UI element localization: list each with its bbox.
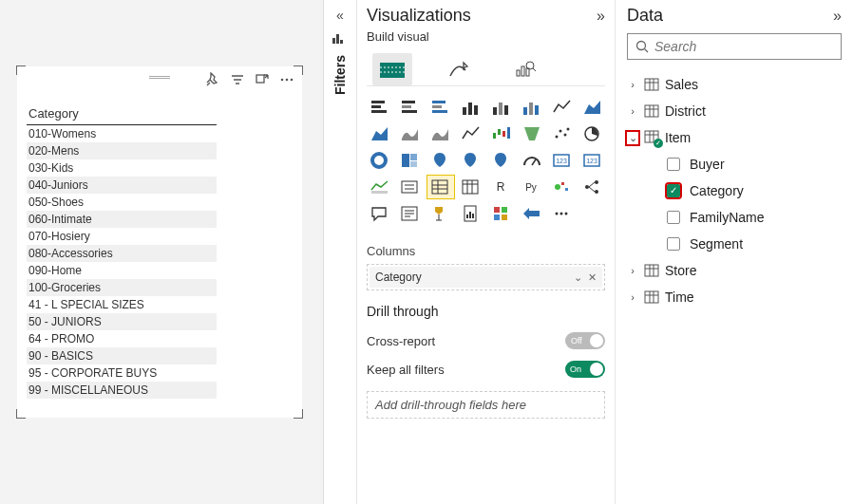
table-row[interactable]: 50 - JUNIORS xyxy=(27,313,217,330)
viz-type-button[interactable] xyxy=(427,202,454,225)
more-options-icon[interactable] xyxy=(279,72,294,87)
viz-type-button[interactable] xyxy=(488,149,515,172)
table-row[interactable]: 100-Groceries xyxy=(27,279,217,296)
viz-type-button[interactable] xyxy=(397,96,424,119)
viz-type-button[interactable] xyxy=(367,202,393,225)
expand-icon[interactable]: › xyxy=(627,79,638,90)
viz-type-button[interactable] xyxy=(427,176,454,198)
viz-type-button[interactable] xyxy=(367,122,393,145)
table-row[interactable]: 020-Mens xyxy=(27,142,217,159)
table-node-item[interactable]: ⌄Item xyxy=(627,124,842,151)
chevron-down-icon[interactable]: ⌄ xyxy=(574,271,582,284)
pin-icon[interactable] xyxy=(205,72,220,87)
field-category[interactable]: Category xyxy=(655,177,842,204)
viz-type-button[interactable] xyxy=(397,149,424,172)
viz-type-button[interactable] xyxy=(458,149,484,172)
table-visual[interactable]: Category 010-Womens020-Mens030-Kids040-J… xyxy=(17,66,302,418)
tab-analytics[interactable] xyxy=(505,53,545,85)
viz-type-button[interactable] xyxy=(427,149,454,172)
viz-type-button[interactable] xyxy=(397,176,424,198)
table-node-district[interactable]: ›District xyxy=(627,98,842,124)
field-segment[interactable]: Segment xyxy=(655,231,842,257)
keep-filters-toggle[interactable]: On xyxy=(565,361,605,378)
viz-type-button[interactable] xyxy=(579,176,606,198)
viz-type-button[interactable]: 123 xyxy=(549,149,576,172)
focus-mode-icon[interactable] xyxy=(255,72,270,87)
field-checkbox[interactable] xyxy=(667,158,680,171)
viz-type-button[interactable] xyxy=(458,122,484,145)
viz-type-button[interactable] xyxy=(519,122,545,145)
table-row[interactable]: 070-Hosiery xyxy=(27,228,217,245)
viz-type-button[interactable] xyxy=(549,176,576,198)
viz-type-button[interactable] xyxy=(427,96,454,119)
expand-icon[interactable]: › xyxy=(627,105,638,117)
viz-type-button[interactable] xyxy=(427,122,454,145)
table-row[interactable]: 050-Shoes xyxy=(27,194,217,211)
table-row[interactable]: 010-Womens xyxy=(27,125,217,142)
collapse-data-icon[interactable]: » xyxy=(833,8,842,25)
viz-type-button[interactable]: R xyxy=(488,176,515,198)
viz-type-button[interactable] xyxy=(367,96,393,119)
columns-field-well[interactable]: Category ⌄ ✕ xyxy=(367,264,605,290)
viz-type-button[interactable] xyxy=(579,122,606,145)
table-row[interactable]: 040-Juniors xyxy=(27,177,217,194)
expand-filters-icon[interactable]: « xyxy=(336,4,344,28)
table-node-sales[interactable]: ›Sales xyxy=(627,71,842,98)
field-familyname[interactable]: FamilyName xyxy=(655,204,842,231)
data-search[interactable] xyxy=(627,33,842,60)
field-checkbox[interactable] xyxy=(667,237,680,251)
expand-icon[interactable]: › xyxy=(627,265,638,276)
viz-type-button[interactable]: 123 xyxy=(579,149,606,172)
viz-type-button[interactable] xyxy=(458,96,484,119)
viz-type-button[interactable] xyxy=(579,96,606,119)
svg-rect-45 xyxy=(410,161,417,167)
table-column-header[interactable]: Category xyxy=(27,104,217,125)
svg-text:123: 123 xyxy=(586,158,597,164)
table-row[interactable]: 90 - BASICS xyxy=(27,347,217,364)
viz-type-button[interactable] xyxy=(549,122,576,145)
viz-type-button[interactable] xyxy=(367,176,393,198)
drag-grip-icon[interactable] xyxy=(149,76,170,79)
table-node-time[interactable]: ›Time xyxy=(627,284,842,310)
table-node-store[interactable]: ›Store xyxy=(627,257,842,284)
table-row[interactable]: 080-Accessories xyxy=(27,245,217,262)
field-checkbox[interactable] xyxy=(667,184,680,197)
viz-type-button[interactable]: Py xyxy=(519,176,545,198)
viz-type-button[interactable] xyxy=(488,202,515,225)
filters-pane-collapsed[interactable]: « Filters xyxy=(323,0,357,504)
viz-type-button[interactable] xyxy=(519,202,545,225)
viz-type-button[interactable] xyxy=(488,122,515,145)
viz-type-button[interactable] xyxy=(458,176,484,198)
tab-build-visual[interactable] xyxy=(372,53,412,85)
table-row[interactable]: 99 - MISCELLANEOUS xyxy=(27,382,217,399)
svg-rect-29 xyxy=(535,105,539,115)
viz-type-button[interactable] xyxy=(549,202,576,225)
expand-icon[interactable]: ⌄ xyxy=(627,132,638,144)
table-row[interactable]: 95 - CORPORATE BUYS xyxy=(27,364,217,382)
table-row[interactable]: 090-Home xyxy=(27,262,217,279)
collapse-visualizations-icon[interactable]: » xyxy=(597,8,605,25)
field-chip-category[interactable]: Category ⌄ ✕ xyxy=(370,267,602,288)
viz-type-button[interactable] xyxy=(397,202,424,225)
drill-through-drop-zone[interactable]: Add drill-through fields here xyxy=(367,391,605,419)
viz-type-button[interactable] xyxy=(488,96,515,119)
expand-icon[interactable]: › xyxy=(627,291,638,303)
viz-type-button[interactable] xyxy=(367,149,393,172)
table-row[interactable]: 060-Intimate xyxy=(27,211,217,228)
tab-format-visual[interactable] xyxy=(439,53,479,85)
table-row[interactable]: 64 - PROMO xyxy=(27,330,217,347)
remove-field-icon[interactable]: ✕ xyxy=(588,271,597,284)
viz-type-button[interactable] xyxy=(397,122,424,145)
cross-report-toggle[interactable]: Off xyxy=(565,332,605,349)
svg-point-3 xyxy=(291,79,294,82)
viz-type-button[interactable] xyxy=(519,149,545,172)
table-row[interactable]: 41 - L SPECIAL SIZES xyxy=(27,296,217,313)
filter-icon[interactable] xyxy=(230,72,245,87)
field-checkbox[interactable] xyxy=(667,211,680,224)
viz-type-button[interactable] xyxy=(458,202,484,225)
field-buyer[interactable]: Buyer xyxy=(655,151,842,177)
search-input[interactable] xyxy=(654,39,833,54)
viz-type-button[interactable] xyxy=(519,96,545,119)
table-row[interactable]: 030-Kids xyxy=(27,159,217,177)
viz-type-button[interactable] xyxy=(549,96,576,119)
